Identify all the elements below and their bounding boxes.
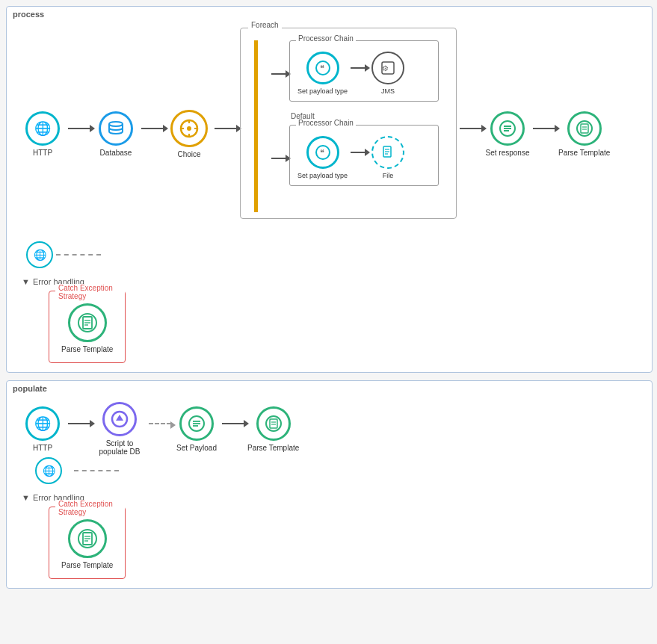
script-icon	[111, 410, 129, 428]
pop-parse-label: Parse Template	[247, 444, 299, 452]
database-icon	[107, 120, 125, 137]
svg-text:❝: ❝	[320, 148, 324, 157]
catch-parse-label: Parse Template	[61, 345, 113, 353]
svg-rect-22	[581, 124, 588, 133]
spt-label-1: Set payload type	[297, 87, 348, 95]
file-label: File	[383, 172, 394, 179]
node-choice[interactable]: Choice	[167, 110, 212, 158]
node-pop-http[interactable]: 🌐 HTTP	[20, 406, 65, 452]
arrow-setpay-parse	[219, 423, 247, 424]
node-http[interactable]: 🌐 HTTP	[20, 111, 65, 157]
node-parse-template[interactable]: Parse Template	[558, 111, 610, 157]
script-label: Script to populate DB	[93, 439, 146, 456]
populate-error-section: ▼ Error handling Catch Exception Strateg…	[13, 490, 646, 582]
pop-catch-parse-label: Parse Template	[61, 561, 113, 569]
arrow-pop-http-script	[65, 423, 93, 424]
parse-template-label: Parse Template	[558, 149, 610, 157]
choice-icon	[179, 119, 199, 138]
node-pop-http-return[interactable]: 🌐	[26, 457, 71, 484]
process-catch-box: Catch Exception Strategy Parse Template	[49, 291, 126, 363]
file-icon	[380, 145, 395, 160]
populate-flow: populate 🌐 HTTP Sc	[6, 380, 653, 589]
catch-parse-icon	[77, 312, 98, 333]
processor-chain-2: Processor Chain ❝	[289, 125, 439, 186]
arrow-http-db	[65, 128, 93, 129]
foreach-bar	[254, 40, 258, 212]
quote-icon-1: ❝	[315, 60, 331, 76]
svg-text:❝: ❝	[320, 64, 324, 72]
node-pop-catch-parse[interactable]: Parse Template	[61, 519, 113, 569]
jms-label: JMS	[381, 87, 395, 95]
svg-rect-37	[270, 419, 277, 428]
pc-label-2: Processor Chain	[296, 119, 356, 127]
return-dashed-line	[56, 254, 101, 256]
quote-icon-2: ❝	[315, 144, 331, 161]
populate-catch-box: Catch Exception Strategy Parse Template	[49, 507, 126, 579]
node-set-payload[interactable]: Set Payload	[174, 406, 219, 452]
populate-label: populate	[13, 384, 47, 393]
svg-point-21	[577, 121, 592, 136]
arrow-setresp-parse	[530, 128, 558, 129]
pop-http-label: HTTP	[33, 444, 52, 452]
database-label: Database	[100, 149, 132, 157]
jms-icon: ⚙	[380, 60, 396, 76]
node-script[interactable]: Script to populate DB	[93, 402, 146, 456]
foreach-label: Foreach	[248, 21, 282, 29]
set-response-icon	[499, 120, 516, 137]
node-pop-parse[interactable]: Parse Template	[247, 406, 299, 452]
node-spt-2[interactable]: ❝ Set payload type	[297, 136, 348, 179]
node-file[interactable]: File	[368, 136, 407, 179]
spt-label-2: Set payload type	[297, 172, 348, 179]
node-database[interactable]: Database	[93, 111, 138, 157]
set-response-label: Set response	[486, 149, 530, 157]
pop-triangle-icon: ▼	[22, 493, 30, 502]
node-set-response[interactable]: Set response	[485, 111, 530, 157]
set-payload-label: Set Payload	[176, 444, 217, 452]
svg-point-36	[266, 416, 281, 431]
pop-http-return-icon: 🌐	[43, 465, 55, 477]
node-spt-1[interactable]: ❝ Set payload type	[297, 52, 348, 95]
pop-http-icon: 🌐	[34, 415, 51, 432]
foreach-container: Foreach Processo	[240, 28, 457, 219]
svg-text:⚙: ⚙	[382, 64, 389, 72]
pc-label-1: Processor Chain	[296, 34, 356, 43]
arrow-db-choice	[138, 128, 167, 129]
svg-point-2	[187, 126, 191, 131]
pop-return-line	[74, 470, 119, 471]
pop-catch-parse-icon	[77, 528, 98, 549]
catch-label-1: Catch Exception Strategy	[55, 284, 125, 300]
process-error-section: ▼ Error handling Catch Exception Strateg…	[13, 274, 646, 366]
process-label: process	[13, 10, 44, 19]
choice-label: Choice	[177, 150, 200, 158]
parse-icon	[576, 120, 593, 137]
pop-parse-icon	[265, 415, 283, 433]
processor-chain-1: Processor Chain ❝	[289, 40, 439, 102]
svg-point-0	[109, 122, 123, 126]
svg-marker-31	[116, 415, 123, 421]
catch-label-2: Catch Exception Strategy	[55, 500, 125, 516]
http-icon: 🌐	[34, 120, 51, 137]
set-payload-icon	[188, 415, 206, 433]
http-label: HTTP	[33, 149, 52, 157]
http-return-icon: 🌐	[34, 249, 46, 261]
process-flow: process 🌐 HTTP	[6, 6, 653, 373]
arrow-script-setpay	[146, 423, 174, 424]
node-jms[interactable]: ⚙ JMS	[368, 52, 407, 95]
triangle-icon: ▼	[22, 277, 30, 286]
node-http-return[interactable]: 🌐	[26, 241, 53, 268]
node-catch-parse[interactable]: Parse Template	[61, 303, 113, 353]
